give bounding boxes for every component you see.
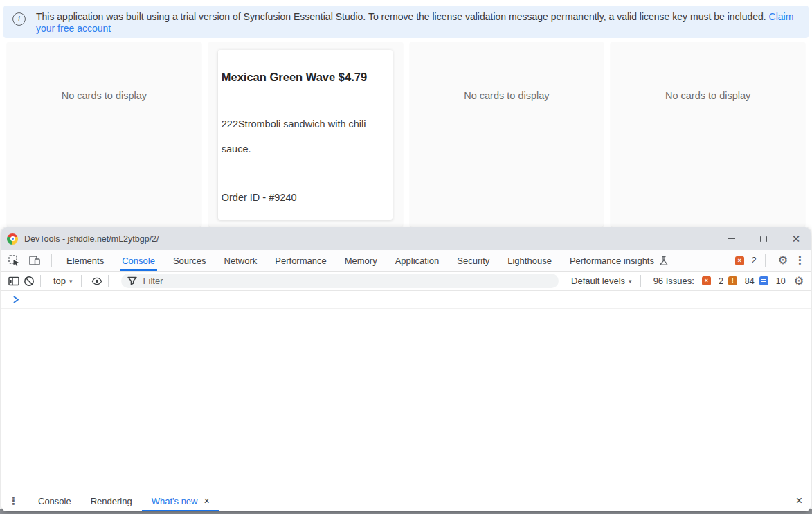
- divider: [81, 275, 82, 287]
- filter-field[interactable]: [121, 274, 559, 288]
- tab-security[interactable]: Security: [448, 250, 498, 271]
- maximize-button[interactable]: [759, 234, 768, 244]
- filter-input[interactable]: [143, 276, 553, 286]
- issues-label: 96 Issues:: [651, 276, 697, 286]
- close-window-button[interactable]: ✕: [791, 234, 801, 244]
- window-title: DevTools - jsfiddle.net/mL2ytbgp/2/: [24, 234, 159, 244]
- card-order-id: Order ID - #9240: [222, 190, 388, 204]
- divider: [108, 275, 109, 287]
- license-message: This application was built using a trial…: [36, 11, 769, 22]
- tab-console[interactable]: Console: [113, 250, 164, 271]
- error-badge-icon: ×: [702, 276, 711, 285]
- console-prompt[interactable]: [1, 291, 811, 309]
- card-description: 222Stromboli sandwich with chili sauce.: [222, 112, 388, 161]
- console-prompt-chevron-icon: [10, 294, 21, 305]
- card-title: Mexican Green Wave $4.79: [222, 71, 388, 84]
- info-icon: i: [12, 12, 26, 26]
- divider: [51, 254, 52, 267]
- issues-warning-count: 84: [745, 276, 755, 286]
- kanban-column-2: Mexican Green Wave $4.79 222Stromboli sa…: [208, 42, 403, 227]
- issues-error-count: 2: [719, 276, 723, 286]
- kanban-column-1: No cards to display: [7, 42, 201, 227]
- more-options-icon[interactable]: ⋮: [795, 254, 805, 267]
- tab-elements[interactable]: Elements: [57, 250, 113, 271]
- license-banner: i This application was built using a tri…: [3, 6, 809, 38]
- tab-performance[interactable]: Performance: [266, 250, 335, 271]
- empty-column-message: No cards to display: [7, 42, 201, 101]
- warning-badge-icon: !: [728, 276, 737, 285]
- chrome-icon: [7, 233, 18, 245]
- error-badge-icon: ×: [735, 256, 744, 265]
- drawer-tabbar: ⋮ Console Rendering What's new × ×: [1, 490, 811, 511]
- chevron-down-icon: ▾: [629, 278, 632, 285]
- info-badge-icon: [759, 276, 768, 285]
- drawer-more-options-icon[interactable]: ⋮: [8, 495, 19, 507]
- filter-funnel-icon: [127, 276, 138, 287]
- kanban-column-4: No cards to display: [611, 42, 805, 227]
- close-drawer-icon[interactable]: ×: [796, 495, 802, 507]
- tab-performance-insights[interactable]: Performance insights: [561, 250, 688, 271]
- tab-network[interactable]: Network: [215, 250, 267, 271]
- drawer-tab-console[interactable]: Console: [28, 490, 81, 511]
- kanban-card[interactable]: Mexican Green Wave $4.79 222Stromboli sa…: [218, 50, 393, 220]
- tab-sources[interactable]: Sources: [164, 250, 215, 271]
- issues-info-count: 10: [776, 276, 786, 286]
- live-expression-eye-icon[interactable]: [91, 276, 102, 287]
- console-output-area[interactable]: [1, 309, 811, 490]
- flask-icon: [658, 255, 669, 266]
- error-counter[interactable]: × 2: [735, 256, 757, 265]
- license-banner-text: This application was built using a trial…: [36, 11, 794, 34]
- clear-console-icon[interactable]: [24, 276, 35, 287]
- settings-gear-icon[interactable]: ⚙: [778, 255, 788, 266]
- divider: [640, 275, 641, 287]
- issues-counter[interactable]: 96 Issues: × 2 ! 84 10: [651, 276, 786, 286]
- console-settings-gear-icon[interactable]: ⚙: [794, 276, 804, 287]
- drawer-tab-rendering[interactable]: Rendering: [81, 490, 142, 511]
- minimize-button[interactable]: [726, 234, 736, 244]
- tab-memory[interactable]: Memory: [336, 250, 386, 271]
- console-sidebar-icon[interactable]: [8, 276, 19, 287]
- kanban-column-3: No cards to display: [410, 42, 604, 227]
- devtools-tabbar: Elements Console Sources Network Perform…: [1, 250, 811, 272]
- context-selector[interactable]: top▾: [51, 276, 75, 286]
- error-badge-count: 2: [752, 256, 757, 265]
- chevron-down-icon: ▾: [69, 278, 73, 285]
- divider: [765, 254, 766, 267]
- inspect-element-icon[interactable]: [8, 255, 19, 266]
- kanban-board: No cards to display Mexican Green Wave $…: [7, 42, 805, 227]
- divider: [40, 275, 41, 287]
- devtools-window: DevTools - jsfiddle.net/mL2ytbgp/2/ ✕ El…: [1, 227, 811, 511]
- drawer-tab-whats-new[interactable]: What's new ×: [142, 490, 219, 511]
- empty-column-message: No cards to display: [410, 42, 604, 101]
- tab-lighthouse[interactable]: Lighthouse: [498, 250, 561, 271]
- empty-column-message: No cards to display: [611, 42, 805, 101]
- device-toolbar-icon[interactable]: [29, 255, 40, 266]
- console-toolbar: top▾ Default levels▾ 96 Issues: × 2 ! 84…: [1, 272, 811, 291]
- close-tab-icon[interactable]: ×: [204, 495, 210, 506]
- log-levels-selector[interactable]: Default levels▾: [568, 276, 635, 286]
- devtools-titlebar: DevTools - jsfiddle.net/mL2ytbgp/2/ ✕: [1, 227, 811, 250]
- tab-application[interactable]: Application: [386, 250, 449, 271]
